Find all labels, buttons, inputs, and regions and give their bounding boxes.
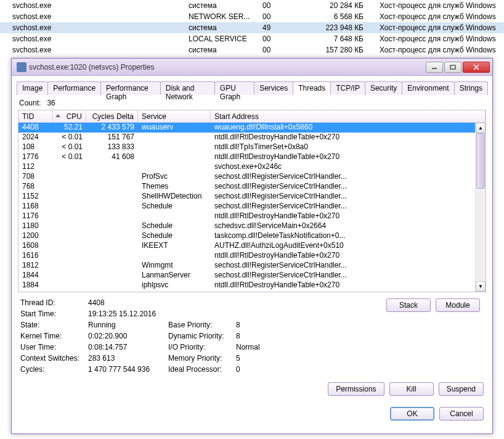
- process-user: LOCAL SERVICE: [185, 33, 259, 44]
- process-desc: Хост-процесс для служб Windows: [376, 44, 504, 55]
- process-cpu: 00: [259, 0, 290, 11]
- process-name: svchost.exe: [0, 33, 185, 44]
- process-mem: 7 648 КБ: [290, 33, 376, 44]
- process-mem: 157 280 КБ: [290, 44, 376, 55]
- process-user: система: [185, 0, 259, 11]
- process-desc: Хост-процесс для служб Windows: [376, 22, 504, 33]
- process-row[interactable]: svchost.exeNETWORK SER...006 568 КБХост-…: [0, 11, 504, 22]
- process-user: система: [185, 22, 259, 33]
- process-desc: Хост-процесс для служб Windows: [376, 33, 504, 44]
- process-name: svchost.exe: [0, 11, 185, 22]
- process-name: svchost.exe: [0, 22, 185, 33]
- process-cpu: 49: [259, 22, 290, 33]
- process-mem: 6 568 КБ: [290, 11, 376, 22]
- process-row[interactable]: svchost.exeсистема00157 280 КБХост-проце…: [0, 44, 504, 55]
- process-mem: 223 948 КБ: [290, 22, 376, 33]
- process-user: NETWORK SER...: [185, 11, 259, 22]
- process-row[interactable]: svchost.exeсистема0020 284 КБХост-процес…: [0, 0, 504, 11]
- process-cpu: 00: [259, 44, 290, 55]
- process-name: svchost.exe: [0, 44, 185, 55]
- process-cpu: 00: [259, 33, 290, 44]
- process-table: svchost.exeсистема0020 284 КБХост-процес…: [0, 0, 504, 55]
- process-row[interactable]: svchost.exeсистема49223 948 КБХост-проце…: [0, 22, 504, 33]
- process-user: система: [185, 44, 259, 55]
- process-row[interactable]: svchost.exeLOCAL SERVICE007 648 КБХост-п…: [0, 33, 504, 44]
- process-name: svchost.exe: [0, 0, 185, 11]
- process-desc: Хост-процесс для служб Windows: [376, 0, 504, 11]
- process-mem: 20 284 КБ: [290, 0, 376, 11]
- process-cpu: 00: [259, 11, 290, 22]
- process-desc: Хост-процесс для служб Windows: [376, 11, 504, 22]
